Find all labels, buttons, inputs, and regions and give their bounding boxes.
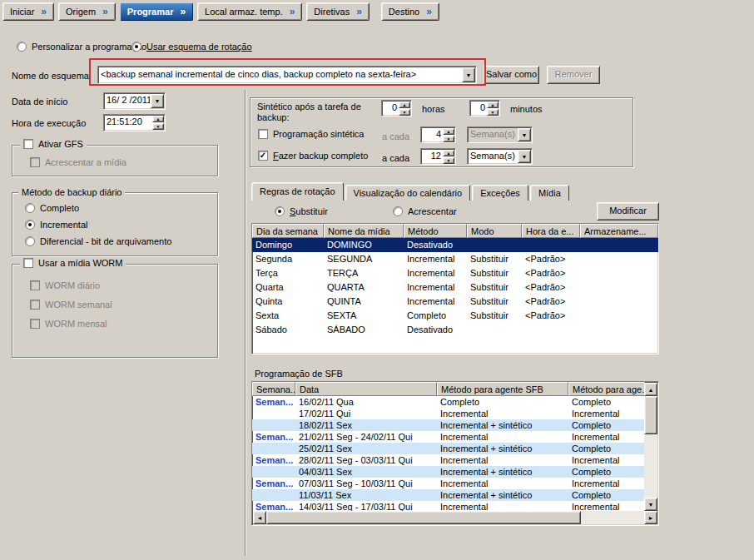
sfb-row[interactable]: Seman...21/02/11 Seg - 24/02/11 QuiIncre… — [252, 431, 645, 443]
checkbox-programacao-sintetica[interactable]: Programação sintética — [258, 128, 364, 139]
radio-personalizar-programacao[interactable]: Personalizar a programação — [17, 41, 146, 52]
rules-cell — [580, 280, 658, 295]
vertical-scrollbar-thumb[interactable] — [644, 396, 657, 434]
sfb-row[interactable]: 11/03/11 SexIncremental + sintéticoCompl… — [252, 489, 645, 501]
tab-regras-de-rota-o[interactable]: Regras de rotação — [251, 182, 344, 201]
sfb-row[interactable]: 25/02/11 SexIncremental + sintéticoCompl… — [252, 443, 645, 454]
wizard-tab-destino[interactable]: Destino» — [381, 2, 439, 21]
spin-down-icon[interactable]: ▼ — [487, 109, 499, 116]
wizard-tab-origem[interactable]: Origem» — [58, 2, 116, 21]
dropdown-arrow-icon[interactable]: ▼ — [518, 128, 531, 141]
radio-incremental[interactable]: Incremental — [25, 219, 171, 230]
full-every-spinner[interactable]: 12 ▲ ▼ — [420, 148, 456, 165]
start-date-picker[interactable]: 16/ 2 /2011 ▼ — [103, 92, 166, 110]
column-header-dia-da-semana[interactable]: Dia da semana — [252, 224, 324, 238]
tab-exce-es[interactable]: Exceções — [472, 185, 528, 201]
full-unit-value: Semana(s) — [468, 149, 517, 164]
synthetic-unit-select[interactable]: Semana(s) ▼ — [467, 126, 533, 143]
checkbox-fazer-backup-completo[interactable]: ✓ Fazer backup completo — [258, 150, 368, 161]
spin-down-icon[interactable]: ▼ — [152, 123, 164, 130]
wizard-tab-iniciar[interactable]: Iniciar» — [2, 2, 54, 21]
sfb-row[interactable]: 17/02/11 QuiIncrementalIncremental — [252, 408, 645, 419]
dropdown-arrow-icon[interactable]: ▼ — [518, 150, 531, 163]
scroll-right-icon[interactable]: ► — [644, 511, 657, 524]
sfb-row[interactable]: 18/02/11 SexIncremental + sintéticoCompl… — [252, 419, 645, 431]
spin-up-icon[interactable]: ▲ — [443, 128, 454, 135]
sfb-row[interactable]: Seman...07/03/11 Seg - 10/03/11 QuiIncre… — [252, 478, 645, 489]
column-header-m-todo[interactable]: Método — [404, 224, 467, 238]
spin-up-icon[interactable]: ▲ — [152, 116, 164, 122]
synthetic-every-spinner[interactable]: 4 ▲ ▼ — [420, 126, 456, 143]
vertical-scrollbar[interactable]: ▲ ▼ — [644, 383, 657, 511]
checkbox-label: Ativar GFS — [38, 139, 83, 149]
spin-down-icon[interactable]: ▼ — [399, 109, 410, 116]
radio-acrescentar[interactable]: Acrescentar — [393, 206, 457, 216]
horizontal-scrollbar-track[interactable] — [581, 511, 644, 524]
spin-down-icon[interactable]: ▼ — [443, 136, 454, 142]
column-header-m-todo-para-agente-sfb[interactable]: Método para agente SFB — [437, 382, 568, 396]
rules-cell — [580, 238, 658, 252]
wizard-tab-programar[interactable]: Programar» — [120, 2, 193, 21]
scroll-left-icon[interactable]: ◄ — [253, 511, 266, 524]
full-every-value: 12 — [421, 149, 442, 164]
full-unit-select[interactable]: Semana(s) ▼ — [467, 148, 533, 165]
synthetic-hours-spinner[interactable]: 0 ▲ ▼ — [381, 100, 412, 116]
tab-visualiza-o-do-calend-rio[interactable]: Visualização do calendário — [345, 185, 471, 201]
rules-cell — [467, 238, 522, 252]
sfb-cell: Seman... — [252, 396, 295, 408]
scheme-name-combobox[interactable]: <backup semanal incremental de cinco dia… — [97, 66, 477, 84]
rules-row[interactable]: SábadoSÁBADODesativado — [252, 323, 658, 337]
sfb-row[interactable]: Seman...28/02/11 Seg - 03/03/11 QuiIncre… — [252, 454, 645, 466]
sfb-body: Seman...16/02/11 QuaCompletoCompleto17/0… — [252, 396, 645, 513]
dropdown-arrow-icon[interactable]: ▼ — [462, 67, 475, 82]
vertical-scrollbar-track[interactable] — [644, 434, 657, 498]
radio-substituir[interactable]: Substituir — [275, 206, 328, 216]
checkbox-ativar-gfs[interactable]: Ativar GFS — [20, 138, 87, 149]
rules-row[interactable]: QuintaQUINTAIncrementalSubstituir<Padrão… — [252, 295, 658, 309]
checkbox-usar-midia-worm[interactable]: Usar a mídia WORM — [20, 257, 126, 268]
synthetic-minutes-spinner[interactable]: 0 ▲ ▼ — [469, 100, 500, 116]
rules-row[interactable]: SegundaSEGUNDAIncrementalSubstituir<Padr… — [252, 252, 658, 266]
scroll-up-icon[interactable]: ▲ — [644, 383, 657, 396]
rules-cell — [580, 309, 658, 323]
horizontal-scrollbar[interactable]: ◄ ► — [253, 511, 657, 524]
tab-m-dia[interactable]: Mídia — [530, 185, 569, 201]
scroll-down-icon[interactable]: ▼ — [644, 498, 657, 511]
column-header-nome-da-m-dia[interactable]: Nome da mídia — [324, 224, 404, 238]
sfb-row[interactable]: 04/03/11 SexIncremental + sintéticoCompl… — [252, 466, 645, 478]
column-header-data[interactable]: Data — [295, 382, 437, 396]
dropdown-arrow-icon[interactable]: ▼ — [151, 94, 164, 108]
rules-row[interactable]: SextaSEXTACompletoSubstituir<Padrão> — [252, 309, 658, 323]
modify-button[interactable]: Modificar — [597, 202, 659, 221]
column-header-modo[interactable]: Modo — [467, 224, 522, 238]
checkbox-worm-semanal[interactable]: WORM semanal — [30, 299, 112, 310]
save-as-button[interactable]: Salvar como — [484, 66, 539, 84]
rules-row[interactable]: QuartaQUARTAIncrementalSubstituir<Padrão… — [252, 280, 658, 295]
column-header-armazename[interactable]: Armazename... — [580, 224, 658, 238]
checkbox-acrescentar-midia[interactable]: Acrescentar a mídia — [30, 156, 126, 167]
sfb-row[interactable]: Seman...16/02/11 QuaCompletoCompleto — [252, 396, 645, 408]
rules-cell: Sábado — [252, 323, 324, 337]
hours-label: horas — [422, 104, 445, 114]
checkbox-worm-di-rio[interactable]: WORM diário — [30, 280, 112, 290]
spin-down-icon[interactable]: ▼ — [443, 157, 454, 164]
wizard-tab-diretivas[interactable]: Diretivas» — [306, 2, 369, 21]
remove-button[interactable]: Remover — [547, 66, 600, 84]
radio-usar-esquema-rotacao[interactable]: Usar esquema de rotação — [131, 41, 252, 52]
rules-row[interactable]: TerçaTERÇAIncrementalSubstituir<Padrão> — [252, 266, 658, 280]
spin-up-icon[interactable]: ▲ — [487, 102, 499, 108]
column-header-hora-da-e[interactable]: Hora da e... — [522, 224, 580, 238]
spin-up-icon[interactable]: ▲ — [399, 102, 410, 108]
sfb-cell: Incremental — [568, 408, 645, 419]
wizard-tab-local-armaz-temp[interactable]: Local armaz. temp.» — [197, 2, 302, 21]
spin-up-icon[interactable]: ▲ — [443, 150, 454, 156]
horizontal-scrollbar-thumb[interactable] — [266, 511, 581, 524]
radio-diferencial-bit-de-arquivamento[interactable]: Diferencial - bit de arquivamento — [25, 235, 171, 246]
column-header-semana[interactable]: Semana... — [252, 382, 295, 396]
run-time-spinner[interactable]: 21:51:20 ▲ ▼ — [103, 114, 166, 131]
sfb-cell: Incremental — [568, 431, 645, 443]
column-header-m-todo-para-age[interactable]: Método para age... — [568, 382, 645, 396]
checkbox-worm-mensal[interactable]: WORM mensal — [30, 318, 112, 329]
rules-row[interactable]: DomingoDOMINGODesativado — [252, 238, 658, 252]
radio-completo[interactable]: Completo — [25, 202, 171, 213]
